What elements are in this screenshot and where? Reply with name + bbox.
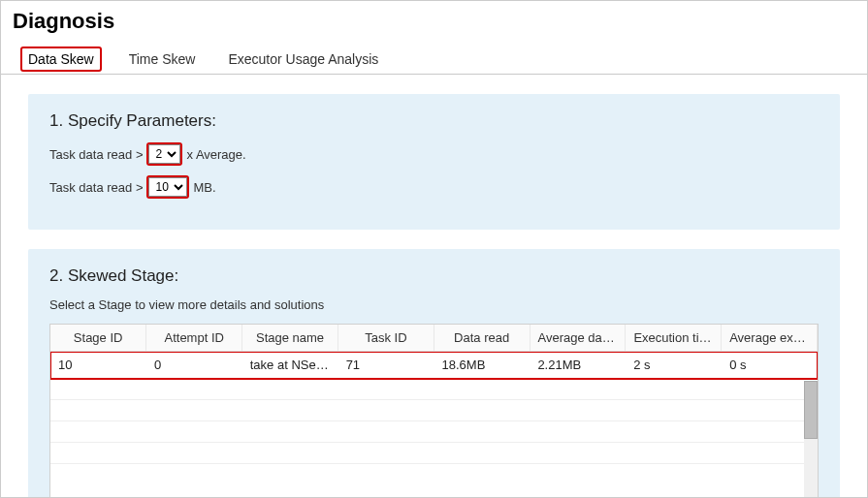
col-stage-id[interactable]: Stage ID: [50, 325, 146, 352]
col-data-read[interactable]: Data read: [434, 325, 530, 352]
cell-data-read: 18.6MB: [434, 352, 530, 379]
param2-prefix: Task data read >: [49, 180, 143, 195]
vertical-scrollbar[interactable]: [804, 381, 818, 498]
cell-stage-name: take at NSer…: [242, 352, 338, 379]
col-avg-data[interactable]: Average dat…: [530, 325, 626, 352]
param2-suffix: MB.: [193, 180, 215, 195]
col-attempt-id[interactable]: Attempt ID: [146, 325, 242, 352]
table-row: [50, 421, 818, 443]
cell-avg-data: 2.21MB: [530, 352, 626, 379]
table-row: [50, 379, 818, 400]
table-body-area: 10 0 take at NSer… 71 18.6MB 2.21MB 2 s …: [50, 352, 818, 498]
table-row[interactable]: 10 0 take at NSer… 71 18.6MB 2.21MB 2 s …: [50, 352, 818, 379]
tabs-bar: Data Skew Time Skew Executor Usage Analy…: [1, 44, 867, 75]
col-stage-name[interactable]: Stage name: [242, 325, 338, 352]
section2-title: 2. Skewed Stage:: [49, 266, 819, 286]
skewed-stage-section: 2. Skewed Stage: Select a Stage to view …: [28, 249, 840, 498]
cell-avg-exec: 0 s: [722, 352, 818, 379]
tab-time-skew[interactable]: Time Skew: [123, 44, 202, 75]
section1-title: 1. Specify Parameters:: [49, 111, 819, 131]
col-avg-exec[interactable]: Average exe…: [722, 325, 818, 352]
param-row-2: Task data read > 10 MB.: [49, 175, 819, 199]
param2-select[interactable]: 10: [148, 177, 187, 197]
skewed-stage-table: Stage ID Attempt ID Stage name Task ID D…: [50, 325, 818, 352]
page-title: Diagnosis: [1, 1, 867, 44]
cell-task-id: 71: [338, 352, 434, 379]
table-row: [50, 400, 818, 421]
cell-stage-id: 10: [50, 352, 146, 379]
param1-select[interactable]: 2: [148, 144, 180, 164]
col-exec-time[interactable]: Execution time: [626, 325, 722, 352]
col-task-id[interactable]: Task ID: [338, 325, 434, 352]
tab-executor-usage[interactable]: Executor Usage Analysis: [222, 44, 384, 75]
cell-attempt-id: 0: [146, 352, 242, 379]
scroll-thumb[interactable]: [804, 381, 818, 439]
param-row-1: Task data read > 2 x Average.: [49, 142, 819, 166]
param1-suffix: x Average.: [186, 147, 245, 162]
param2-select-wrap: 10: [146, 175, 189, 199]
param1-prefix: Task data read >: [49, 147, 143, 162]
cell-exec-time: 2 s: [626, 352, 722, 379]
param1-select-wrap: 2: [146, 142, 182, 166]
table-row: [50, 443, 818, 464]
tab-data-skew[interactable]: Data Skew: [20, 47, 102, 72]
section2-subtitle: Select a Stage to view more details and …: [49, 297, 819, 312]
specify-parameters-section: 1. Specify Parameters: Task data read > …: [28, 94, 840, 230]
content-area: 1. Specify Parameters: Task data read > …: [1, 75, 867, 498]
skewed-stage-table-wrap: Stage ID Attempt ID Stage name Task ID D…: [49, 324, 819, 498]
